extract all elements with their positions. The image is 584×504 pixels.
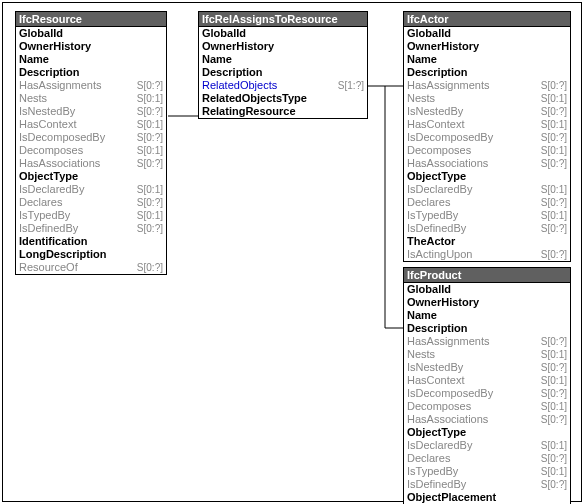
attribute-row: HasAssignmentsS[0:?] [404, 335, 570, 348]
attribute-row: HasContextS[0:1] [16, 118, 166, 131]
attribute-name: HasAssociations [407, 157, 488, 170]
attribute-name: HasAssignments [407, 79, 490, 92]
entity-ifc-resource: IfcResource GlobalIdOwnerHistoryNameDesc… [15, 11, 167, 275]
attribute-name: IsDecomposedBy [407, 387, 493, 400]
attribute-row: GlobalId [404, 283, 570, 296]
attribute-name: GlobalId [407, 283, 451, 296]
attribute-name: Description [407, 66, 468, 79]
attribute-name: IsDefinedBy [407, 478, 466, 491]
attribute-cardinality: S[0:1] [535, 400, 567, 413]
attribute-row: TheActor [404, 235, 570, 248]
attribute-name: IsTypedBy [407, 209, 458, 222]
attribute-cardinality: S[0:?] [535, 361, 567, 374]
attribute-name: Decomposes [19, 144, 83, 157]
attribute-name: IsDeclaredBy [407, 183, 472, 196]
attribute-name: IsTypedBy [19, 209, 70, 222]
attribute-row: HasAssignmentsS[0:?] [16, 79, 166, 92]
attribute-row: RelatedObjectsS[1:?] [199, 79, 367, 92]
diagram-frame: IfcResource GlobalIdOwnerHistoryNameDesc… [2, 2, 582, 502]
entity-attrs: GlobalIdOwnerHistoryNameDescriptionHasAs… [404, 27, 570, 261]
attribute-name: OwnerHistory [19, 40, 91, 53]
attribute-cardinality: S[0:?] [131, 79, 163, 92]
attribute-row: OwnerHistory [404, 40, 570, 53]
attribute-cardinality: S[0:?] [535, 335, 567, 348]
attribute-row: HasContextS[0:1] [404, 118, 570, 131]
attribute-name: Decomposes [407, 400, 471, 413]
attribute-cardinality: S[0:?] [535, 222, 567, 235]
attribute-name: ObjectPlacement [407, 491, 496, 504]
attribute-cardinality: S[0:1] [535, 348, 567, 361]
attribute-name: HasAssociations [407, 413, 488, 426]
attribute-name: Identification [19, 235, 87, 248]
attribute-name: Description [202, 66, 263, 79]
attribute-row: HasContextS[0:1] [404, 374, 570, 387]
attribute-row: HasAssignmentsS[0:?] [404, 79, 570, 92]
attribute-row: IsDeclaredByS[0:1] [16, 183, 166, 196]
attribute-cardinality: S[0:?] [131, 222, 163, 235]
attribute-name: ObjectType [407, 426, 466, 439]
attribute-row: RelatingResource [199, 105, 367, 118]
entity-attrs: GlobalIdOwnerHistoryNameDescriptionHasAs… [404, 283, 570, 504]
attribute-row: IsNestedByS[0:?] [404, 105, 570, 118]
attribute-name: Name [407, 53, 437, 66]
entity-header: IfcRelAssignsToResource [199, 12, 367, 27]
attribute-name: Name [202, 53, 232, 66]
attribute-name: Nests [407, 92, 435, 105]
attribute-name: IsDeclaredBy [407, 439, 472, 452]
attribute-cardinality: S[0:1] [131, 183, 163, 196]
attribute-cardinality: S[0:?] [535, 105, 567, 118]
attribute-cardinality: S[0:1] [535, 209, 567, 222]
attribute-name: TheActor [407, 235, 455, 248]
attribute-name: RelatedObjects [202, 79, 277, 92]
attribute-name: RelatingResource [202, 105, 296, 118]
entity-attrs: GlobalIdOwnerHistoryNameDescriptionRelat… [199, 27, 367, 118]
attribute-row: ObjectType [404, 426, 570, 439]
attribute-row: Description [404, 322, 570, 335]
attribute-cardinality: S[0:?] [535, 248, 567, 261]
attribute-row: HasAssociationsS[0:?] [404, 413, 570, 426]
attribute-cardinality: S[0:?] [131, 196, 163, 209]
attribute-cardinality: S[0:?] [535, 478, 567, 491]
attribute-name: IsNestedBy [19, 105, 75, 118]
attribute-name: IsNestedBy [407, 361, 463, 374]
attribute-row: DeclaresS[0:?] [404, 196, 570, 209]
attribute-row: IsNestedByS[0:?] [404, 361, 570, 374]
attribute-cardinality: S[0:?] [535, 131, 567, 144]
attribute-name: IsDecomposedBy [19, 131, 105, 144]
entity-header: IfcProduct [404, 268, 570, 283]
attribute-name: Name [19, 53, 49, 66]
attribute-cardinality: S[0:1] [131, 144, 163, 157]
attribute-row: Name [16, 53, 166, 66]
attribute-row: ObjectType [16, 170, 166, 183]
attribute-name: ObjectType [19, 170, 78, 183]
attribute-name: HasContext [407, 374, 464, 387]
attribute-cardinality: S[0:1] [131, 92, 163, 105]
attribute-row: Description [404, 66, 570, 79]
attribute-cardinality: S[0:?] [535, 452, 567, 465]
attribute-row: NestsS[0:1] [16, 92, 166, 105]
attribute-row: IsDefinedByS[0:?] [16, 222, 166, 235]
attribute-name: Declares [19, 196, 62, 209]
attribute-name: Decomposes [407, 144, 471, 157]
attribute-name: HasContext [19, 118, 76, 131]
attribute-name: RelatedObjectsType [202, 92, 307, 105]
attribute-name: GlobalId [407, 27, 451, 40]
attribute-row: LongDescription [16, 248, 166, 261]
attribute-name: IsDeclaredBy [19, 183, 84, 196]
attribute-row: OwnerHistory [16, 40, 166, 53]
attribute-row: OwnerHistory [199, 40, 367, 53]
attribute-row: Name [199, 53, 367, 66]
attribute-row: NestsS[0:1] [404, 92, 570, 105]
attribute-cardinality: S[0:1] [535, 465, 567, 478]
attribute-row: IsDefinedByS[0:?] [404, 222, 570, 235]
attribute-name: HasAssociations [19, 157, 100, 170]
attribute-name: IsTypedBy [407, 465, 458, 478]
entity-attrs: GlobalIdOwnerHistoryNameDescriptionHasAs… [16, 27, 166, 274]
attribute-name: IsNestedBy [407, 105, 463, 118]
attribute-cardinality: S[0:1] [535, 144, 567, 157]
attribute-name: IsActingUpon [407, 248, 472, 261]
attribute-row: GlobalId [199, 27, 367, 40]
attribute-name: OwnerHistory [202, 40, 274, 53]
attribute-name: GlobalId [202, 27, 246, 40]
attribute-name: Declares [407, 452, 450, 465]
